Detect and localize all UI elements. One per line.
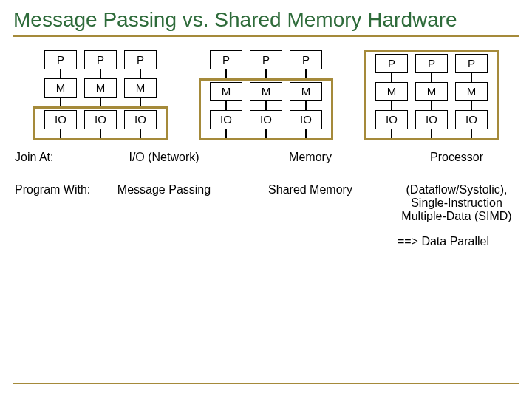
p-box: P [290,50,322,69]
p-box: P [44,50,77,69]
p-box: P [375,54,408,73]
prog-with-simd: (Dataflow/Systolic), Single-Instruction … [395,183,519,223]
data-parallel-note: ==> Data Parallel [13,235,519,248]
program-with-row: Program With: Message Passing Shared Mem… [13,183,519,223]
io-box: IO [44,110,77,129]
diagram-clusters: P P P M M M IO IO [13,50,519,140]
m-box: M [84,78,117,98]
io-box: IO [124,110,157,129]
join-at-row: Join At: I/O (Network) Memory Processor [13,151,519,164]
program-with-label: Program With: [13,183,102,197]
m-box: M [415,82,448,101]
cluster-io: P P P M M M IO IO [33,50,168,140]
io-box: IO [415,110,448,129]
m-box: M [124,78,157,98]
prog-with-mp: Message Passing [102,183,226,197]
p-box: P [250,50,282,69]
m-box: M [250,82,282,101]
m-box: M [455,82,488,101]
io-box: IO [375,110,408,129]
io-box: IO [210,110,242,129]
join-at-label: Join At: [13,151,102,164]
p-box: P [455,54,488,73]
m-box: M [375,82,408,101]
io-box: IO [455,110,488,129]
join-at-memory: Memory [248,151,372,164]
p-box: P [84,50,117,69]
join-wrap-io: IO IO IO [33,106,168,140]
m-box: M [210,82,242,101]
p-box: P [124,50,157,69]
m-box: M [44,78,77,98]
join-wrap-memory: M M M IO IO IO [199,78,333,140]
p-box: P [210,50,242,69]
join-at-io: I/O (Network) [102,151,226,164]
cluster-memory: P P P M M M [199,50,333,140]
title-divider [13,35,519,37]
prog-with-sm: Shared Memory [248,183,372,197]
m-box: M [290,82,322,101]
slide-title: Message Passing vs. Shared Memory Hardwa… [13,7,519,33]
join-wrap-processor: P P P M M M [364,50,499,140]
join-at-processor: Processor [395,151,519,164]
cluster-processor: P P P M M M [364,50,499,140]
io-box: IO [84,110,117,129]
footer-divider [13,383,519,384]
p-box: P [415,54,448,73]
io-box: IO [250,110,282,129]
io-box: IO [290,110,322,129]
